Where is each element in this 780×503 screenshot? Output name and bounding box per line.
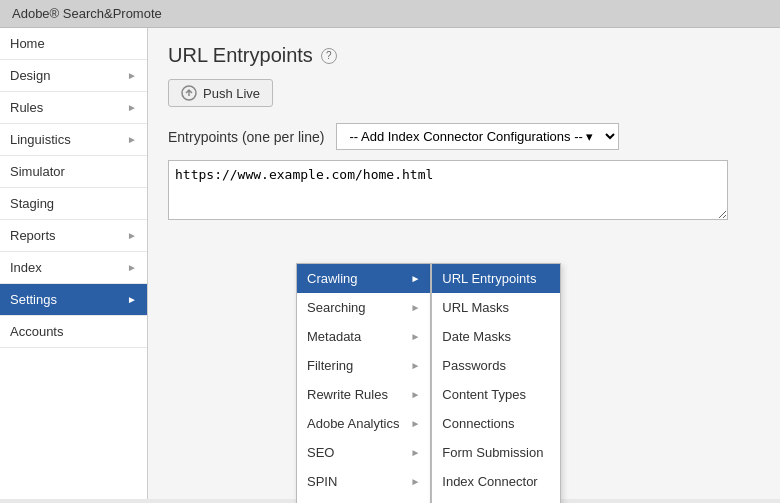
menu-item-connections[interactable]: Connections (432, 409, 560, 438)
push-live-button[interactable]: Push Live (168, 79, 273, 107)
arrow-icon: ► (127, 134, 137, 145)
menu-item-form-submission[interactable]: Form Submission (432, 438, 560, 467)
menu-item-searching[interactable]: Searching ► (297, 293, 430, 322)
menu-item-crawling[interactable]: Crawling ► (297, 264, 430, 293)
menu-item-metadata[interactable]: Metadata ► (297, 322, 430, 351)
submenu-arrow-icon: ► (410, 273, 420, 284)
sidebar-label-settings: Settings (10, 292, 57, 307)
menu-label-passwords: Passwords (442, 358, 506, 373)
menu-label-seo: SEO (307, 445, 334, 460)
menu-label-url-entrypoints: URL Entrypoints (442, 271, 536, 286)
sidebar-label-home: Home (10, 36, 45, 51)
sidebar-item-home[interactable]: Home (0, 28, 147, 60)
sidebar-label-design: Design (10, 68, 50, 83)
sidebar-item-design[interactable]: Design ► (0, 60, 147, 92)
content-area: URL Entrypoints ? Push Live Entrypoints … (148, 28, 780, 499)
menu-label-searching: Searching (307, 300, 366, 315)
menu-label-metadata: Metadata (307, 329, 361, 344)
sidebar-item-reports[interactable]: Reports ► (0, 220, 147, 252)
menu-item-content-types[interactable]: Content Types (432, 380, 560, 409)
arrow-icon: ► (127, 262, 137, 273)
menu-item-spin[interactable]: SPIN ► (297, 467, 430, 496)
submenu-arrow-icon: ► (410, 331, 420, 342)
entrypoints-label: Entrypoints (one per line) (168, 129, 324, 145)
sidebar-item-index[interactable]: Index ► (0, 252, 147, 284)
menu-item-rewrite-rules[interactable]: Rewrite Rules ► (297, 380, 430, 409)
menu-label-filtering: Filtering (307, 358, 353, 373)
page-title: URL Entrypoints ? (168, 44, 760, 67)
sidebar-label-reports: Reports (10, 228, 56, 243)
sidebar-label-staging: Staging (10, 196, 54, 211)
menu-item-date-masks[interactable]: Date Masks (432, 322, 560, 351)
sidebar-item-accounts[interactable]: Accounts (0, 316, 147, 348)
submenu-arrow-icon: ► (410, 389, 420, 400)
app-header: Adobe® Search&Promote (0, 0, 780, 28)
sidebar-label-simulator: Simulator (10, 164, 65, 179)
menu-label-url-masks: URL Masks (442, 300, 509, 315)
menu-label-content-types: Content Types (442, 387, 526, 402)
app-title: Adobe® Search&Promote (12, 6, 162, 21)
sidebar-item-settings[interactable]: Settings ► (0, 284, 147, 316)
sidebar-label-rules: Rules (10, 100, 43, 115)
url-textarea[interactable]: https://www.example.com/home.html (168, 160, 728, 220)
menu-label-index-connector: Index Connector (442, 474, 537, 489)
menu-item-my-profile[interactable]: My Profile ► (297, 496, 430, 503)
menu-item-adobe-analytics[interactable]: Adobe Analytics ► (297, 409, 430, 438)
menu-item-passwords[interactable]: Passwords (432, 351, 560, 380)
menu-item-seo[interactable]: SEO ► (297, 438, 430, 467)
sidebar-item-rules[interactable]: Rules ► (0, 92, 147, 124)
menu-label-spin: SPIN (307, 474, 337, 489)
submenu-arrow-icon: ► (410, 418, 420, 429)
submenu-arrow-icon: ► (410, 302, 420, 313)
menu-item-index-connector[interactable]: Index Connector (432, 467, 560, 496)
sidebar-label-index: Index (10, 260, 42, 275)
menu-label-rewrite-rules: Rewrite Rules (307, 387, 388, 402)
menu-label-date-masks: Date Masks (442, 329, 511, 344)
sidebar-label-linguistics: Linguistics (10, 132, 71, 147)
menu-label-form-submission: Form Submission (442, 445, 543, 460)
submenu-arrow-icon: ► (410, 360, 420, 371)
menu-item-url-entrypoints[interactable]: URL Entrypoints (432, 264, 560, 293)
arrow-icon: ► (127, 102, 137, 113)
sidebar-item-staging[interactable]: Staging (0, 188, 147, 220)
arrow-icon: ► (127, 70, 137, 81)
menu-item-url-masks[interactable]: URL Masks (432, 293, 560, 322)
push-live-icon (181, 85, 197, 101)
menu-item-filtering[interactable]: Filtering ► (297, 351, 430, 380)
sidebar-item-simulator[interactable]: Simulator (0, 156, 147, 188)
help-icon[interactable]: ? (321, 48, 337, 64)
dropdown-menu: Crawling ► Searching ► Metadata ► Filter… (296, 263, 561, 503)
submenu-arrow-icon: ► (410, 447, 420, 458)
submenu-arrow-icon: ► (410, 476, 420, 487)
sidebar: Home Design ► Rules ► Linguistics ► Simu… (0, 28, 148, 499)
menu-label-connections: Connections (442, 416, 514, 431)
menu-col-1: Crawling ► Searching ► Metadata ► Filter… (296, 263, 431, 503)
menu-label-crawling: Crawling (307, 271, 358, 286)
menu-col-2: URL Entrypoints URL Masks Date Masks Pas… (431, 263, 561, 503)
connector-select[interactable]: -- Add Index Connector Configurations --… (336, 123, 619, 150)
arrow-icon: ► (127, 230, 137, 241)
sidebar-label-accounts: Accounts (10, 324, 63, 339)
menu-label-adobe-analytics: Adobe Analytics (307, 416, 400, 431)
arrow-icon: ► (127, 294, 137, 305)
sidebar-item-linguistics[interactable]: Linguistics ► (0, 124, 147, 156)
